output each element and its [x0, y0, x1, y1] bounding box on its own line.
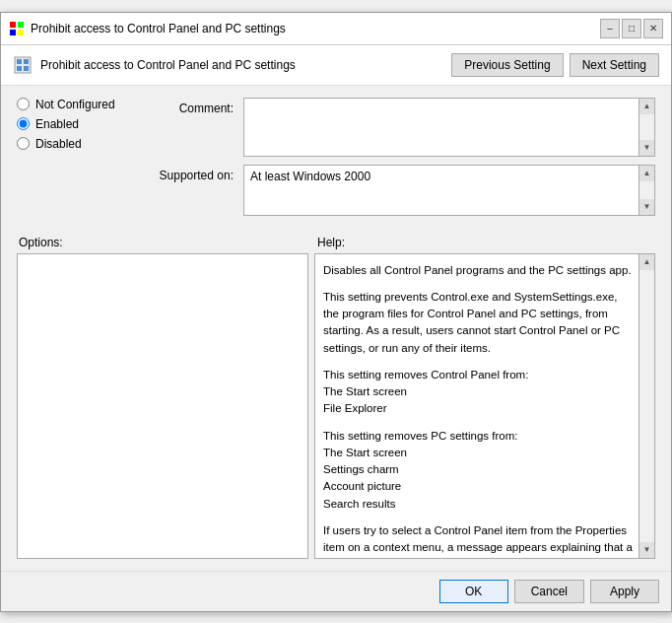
window-icon: [9, 21, 25, 36]
comment-scroll-track: [638, 114, 654, 140]
maximize-button[interactable]: □: [622, 19, 641, 38]
comment-scroll-up[interactable]: ▲: [638, 99, 654, 114]
svg-rect-8: [24, 66, 29, 71]
not-configured-radio[interactable]: [17, 98, 30, 110]
lower-boxes: Disables all Control Panel programs and …: [17, 253, 655, 559]
cancel-button[interactable]: Cancel: [514, 580, 584, 603]
close-button[interactable]: ✕: [643, 19, 663, 38]
help-para-2: This setting prevents Control.exe and Sy…: [323, 289, 635, 357]
help-scroll-down[interactable]: ▼: [638, 542, 654, 558]
apply-button[interactable]: Apply: [590, 580, 659, 603]
header-buttons: Previous Setting Next Setting: [451, 53, 659, 77]
help-list-1: The Start screen: [323, 385, 407, 397]
help-scroll-up[interactable]: ▲: [638, 254, 654, 270]
svg-rect-0: [10, 22, 16, 28]
svg-rect-6: [24, 59, 29, 64]
radio-group: Not Configured Enabled Disabled: [17, 98, 145, 151]
options-label: Options:: [17, 236, 317, 249]
supported-input-wrap: At least Windows 2000 ▲ ▼: [243, 165, 655, 216]
header-title: Prohibit access to Control Panel and PC …: [40, 58, 296, 72]
header-left: Prohibit access to Control Panel and PC …: [13, 55, 296, 75]
help-list-3: The Start screen: [323, 447, 407, 458]
comment-box[interactable]: ▲ ▼: [243, 98, 655, 157]
enabled-radio[interactable]: [17, 117, 30, 130]
main-window: Prohibit access to Control Panel and PC …: [0, 12, 672, 612]
help-scroll-track: [638, 270, 654, 542]
svg-rect-5: [17, 59, 22, 64]
comment-label: Comment:: [145, 98, 243, 115]
main-content: Not Configured Enabled Disabled Comment:: [1, 86, 671, 571]
help-para-4: This setting removes PC settings from: T…: [323, 428, 635, 513]
ok-button[interactable]: OK: [439, 580, 508, 603]
window-title: Prohibit access to Control Panel and PC …: [31, 22, 286, 35]
enabled-option[interactable]: Enabled: [17, 117, 145, 131]
minimize-button[interactable]: –: [600, 19, 620, 38]
policy-icon: [13, 55, 33, 75]
svg-rect-2: [10, 30, 16, 35]
comment-content[interactable]: [244, 99, 654, 156]
lower-labels: Options: Help:: [17, 236, 655, 249]
bottom-bar: OK Cancel Apply: [1, 571, 671, 611]
previous-setting-button[interactable]: Previous Setting: [451, 53, 563, 77]
next-setting-button[interactable]: Next Setting: [570, 53, 659, 77]
disabled-label[interactable]: Disabled: [35, 137, 82, 151]
supported-box: At least Windows 2000 ▲ ▼: [243, 165, 655, 216]
supported-content: At least Windows 2000: [244, 166, 654, 215]
disabled-option[interactable]: Disabled: [17, 137, 145, 151]
help-text-4: This setting removes PC settings from:: [323, 430, 517, 442]
help-list-2: File Explorer: [323, 402, 387, 414]
right-section: Comment: ▲ ▼ Supported on:: [145, 98, 655, 216]
title-bar: Prohibit access to Control Panel and PC …: [1, 13, 671, 45]
help-box: Disables all Control Panel programs and …: [314, 253, 655, 559]
supported-scroll-track: [638, 181, 654, 199]
comment-input-wrap: ▲ ▼: [243, 98, 655, 157]
help-text-3: This setting removes Control Panel from:: [323, 369, 528, 381]
top-section: Not Configured Enabled Disabled Comment:: [17, 98, 655, 224]
svg-rect-3: [18, 30, 24, 35]
help-label: Help:: [317, 236, 655, 249]
help-list-5: Account picture: [323, 480, 401, 492]
disabled-radio[interactable]: [17, 137, 30, 150]
comment-row: Comment: ▲ ▼: [145, 98, 655, 157]
supported-row: Supported on: At least Windows 2000 ▲ ▼: [145, 165, 655, 216]
title-controls: – □ ✕: [600, 19, 663, 38]
help-para-5: If users try to select a Control Panel i…: [323, 522, 635, 559]
help-para-3: This setting removes Control Panel from:…: [323, 367, 635, 418]
enabled-label[interactable]: Enabled: [35, 117, 79, 131]
not-configured-label[interactable]: Not Configured: [35, 98, 115, 111]
supported-scroll-up[interactable]: ▲: [638, 166, 654, 181]
help-text-content: Disables all Control Panel programs and …: [315, 254, 654, 559]
header-bar: Prohibit access to Control Panel and PC …: [1, 45, 671, 86]
lower-section: Options: Help: Disables all Control Pane…: [17, 236, 655, 559]
title-bar-left: Prohibit access to Control Panel and PC …: [9, 21, 286, 36]
not-configured-option[interactable]: Not Configured: [17, 98, 145, 111]
help-list-6: Search results: [323, 498, 396, 510]
supported-scroll-down[interactable]: ▼: [638, 199, 654, 215]
svg-rect-1: [18, 22, 24, 28]
help-list-4: Settings charm: [323, 463, 399, 475]
help-para-1: Disables all Control Panel programs and …: [323, 262, 635, 279]
supported-label: Supported on:: [145, 165, 243, 182]
comment-scroll-down[interactable]: ▼: [638, 140, 654, 156]
svg-rect-7: [17, 66, 22, 71]
options-box: [17, 253, 308, 559]
